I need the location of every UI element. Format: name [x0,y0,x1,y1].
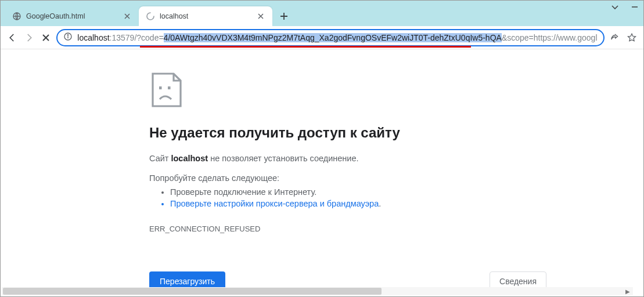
bookmark-star-icon[interactable] [625,30,638,46]
suggestion-check-connection: Проверьте подключение к Интернету. [170,186,643,198]
tab-googleoauth[interactable]: GoogleOauth.html [5,6,139,26]
globe-icon [12,12,21,21]
svg-point-3 [68,35,69,35]
sad-page-icon [149,73,184,108]
browser-toolbar: localhost:13579/?code=4/0AWtgzh40vVDX3M4… [1,26,643,49]
horizontal-scrollbar[interactable]: ▶ [2,287,633,295]
url-rest: &scope=https://www.googl [502,33,598,42]
stop-button[interactable] [40,30,52,46]
close-icon[interactable] [123,12,132,21]
url-path: :13579/?code= [110,33,164,42]
chevron-down-icon[interactable] [611,3,619,11]
tab-strip: GoogleOauth.html localhost [1,1,292,26]
error-page: Не удается получить доступ к сайту Сайт … [1,49,643,291]
tab-title: localhost [160,12,188,20]
scroll-right-arrow[interactable]: ▶ [624,287,632,295]
proxy-settings-link[interactable]: Проверьте настройки прокси-сервера и бра… [170,199,379,208]
suggestion-suffix: . [379,199,381,208]
new-tab-button[interactable] [276,8,292,24]
tab-localhost[interactable]: localhost [139,6,272,26]
site-info-icon[interactable] [63,32,73,43]
close-icon[interactable] [256,12,265,21]
browser-titlebar: GoogleOauth.html localhost [1,1,643,26]
error-subtitle-suffix: не позволяет установить соединение. [208,154,358,163]
suggestions-list: Проверьте подключение к Интернету. Прове… [149,186,643,209]
annotation-underline [140,46,470,48]
suggestion-check-proxy: Проверьте настройки прокси-сервера и бра… [170,198,643,209]
svg-rect-4 [159,86,162,89]
url-selected-code: 4/0AWtgzh40vVDX3M4t9mNPgz2M7tAqg_Xa2godF… [164,33,502,42]
window-controls [611,3,639,11]
url-host: localhost [77,33,109,42]
svg-rect-5 [168,86,171,89]
address-bar[interactable]: localhost:13579/?code=4/0AWtgzh40vVDX3M4… [56,29,604,46]
error-subtitle-prefix: Сайт [149,154,171,163]
scrollbar-thumb[interactable] [3,288,382,295]
tab-title: GoogleOauth.html [26,12,85,20]
minimize-button[interactable] [631,3,639,11]
error-subtitle: Сайт localhost не позволяет установить с… [149,154,643,163]
loading-icon [146,12,155,21]
error-code: ERR_CONNECTION_REFUSED [149,224,643,233]
share-icon[interactable] [609,30,621,46]
forward-button[interactable] [23,30,35,46]
error-subtitle-host: localhost [171,154,208,163]
try-label: Попробуйте сделать следующее: [149,173,643,183]
omnibox-wrap: localhost:13579/?code=4/0AWtgzh40vVDX3M4… [56,29,604,46]
error-title: Не удается получить доступ к сайту [149,125,643,141]
back-button[interactable] [6,30,19,46]
